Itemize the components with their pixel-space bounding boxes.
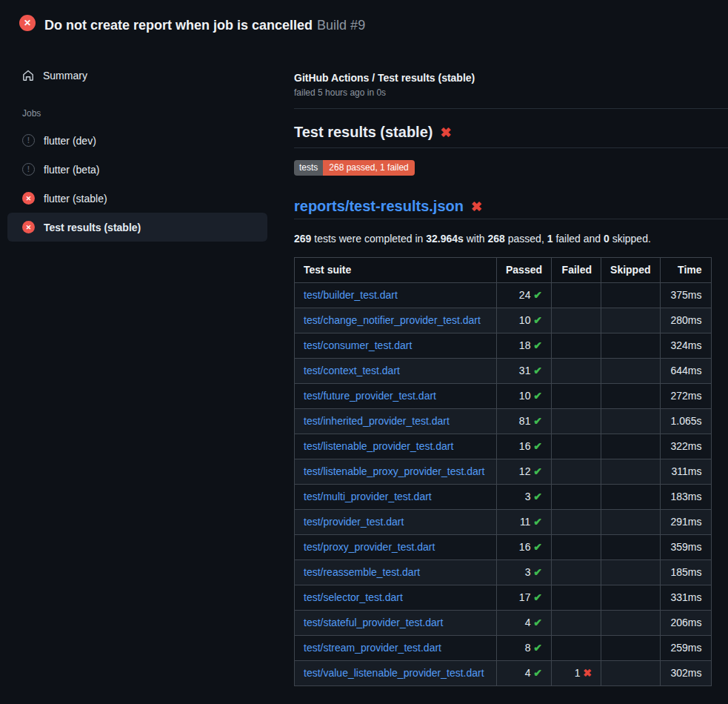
- count-value: 24: [519, 289, 533, 301]
- passed-cell: 81 ✔: [497, 409, 552, 434]
- time-cell: 311ms: [660, 459, 711, 485]
- col-passed: Passed: [497, 258, 552, 283]
- time-cell: 302ms: [660, 661, 711, 686]
- test-suite-link[interactable]: test/listenable_proxy_provider_test.dart: [304, 465, 484, 477]
- table-row: test/stateful_provider_test.dart4 ✔206ms: [295, 611, 712, 636]
- run-header: ✕ Do not create report when job is cance…: [0, 0, 728, 44]
- duration: 32.964s: [426, 233, 464, 245]
- table-row: test/value_listenable_provider_test.dart…: [295, 661, 712, 686]
- test-suite-link[interactable]: test/proxy_provider_test.dart: [304, 541, 435, 553]
- test-suite-link[interactable]: test/stateful_provider_test.dart: [304, 617, 443, 628]
- table-row: test/listenable_provider_test.dart16 ✔32…: [295, 434, 712, 459]
- passed-cell: 31 ✔: [497, 359, 552, 384]
- skipped-cell: [601, 636, 660, 661]
- suite-cell: test/context_test.dart: [295, 359, 497, 384]
- failed-cell: [552, 535, 601, 560]
- count-value: 12: [519, 465, 533, 477]
- skipped-cell: [601, 359, 660, 384]
- table-row: test/proxy_provider_test.dart16 ✔359ms: [295, 535, 712, 560]
- report-file-link[interactable]: reports/test-results.json: [294, 198, 464, 215]
- passed-cell: 10 ✔: [497, 308, 552, 333]
- count-value: 3: [525, 566, 534, 578]
- skipped-cell: [601, 283, 660, 308]
- suite-cell: test/provider_test.dart: [295, 510, 497, 535]
- failed-cell: [552, 409, 601, 434]
- sidebar-item-flutter-stable[interactable]: ✕flutter (stable): [7, 184, 267, 213]
- suite-cell: test/inherited_provider_test.dart: [295, 409, 497, 434]
- time-cell: 272ms: [660, 384, 711, 409]
- test-suite-link[interactable]: test/consumer_test.dart: [304, 339, 412, 351]
- skipped-cell: [601, 409, 660, 434]
- suite-cell: test/builder_test.dart: [295, 283, 497, 308]
- table-header-row: Test suite Passed Failed Skipped Time: [295, 258, 712, 283]
- test-suite-link[interactable]: test/multi_provider_test.dart: [304, 491, 432, 502]
- check-icon: ✔: [533, 516, 542, 528]
- skipped-count: 0: [604, 233, 610, 245]
- count-value: 8: [525, 642, 534, 654]
- test-suite-link[interactable]: test/inherited_provider_test.dart: [304, 415, 450, 427]
- suite-cell: test/value_listenable_provider_test.dart: [295, 661, 497, 686]
- passed-cell: 8 ✔: [497, 636, 552, 661]
- passed-cell: 10 ✔: [497, 384, 552, 409]
- table-row: test/change_notifier_provider_test.dart1…: [295, 308, 712, 333]
- test-suite-link[interactable]: test/value_listenable_provider_test.dart: [304, 667, 484, 679]
- test-suite-link[interactable]: test/selector_test.dart: [304, 591, 403, 603]
- run-title: Do not create report when job is cancell…: [44, 18, 313, 33]
- count-value: 3: [525, 491, 534, 502]
- test-suite-link[interactable]: test/provider_test.dart: [304, 516, 404, 528]
- suite-cell: test/selector_test.dart: [295, 585, 497, 611]
- check-icon: ✔: [533, 465, 542, 477]
- time-cell: 291ms: [660, 510, 711, 535]
- passed-cell: 17 ✔: [497, 585, 552, 611]
- time-cell: 359ms: [660, 535, 711, 560]
- check-icon: ✔: [533, 642, 542, 654]
- test-suite-link[interactable]: test/change_notifier_provider_test.dart: [304, 314, 481, 326]
- count-value: 10: [519, 314, 533, 326]
- failed-cell: [552, 283, 601, 308]
- results-table: Test suite Passed Failed Skipped Time te…: [294, 257, 712, 686]
- skipped-cell: [601, 611, 660, 636]
- sidebar-item-label: flutter (stable): [44, 193, 107, 205]
- failed-icon: ✕: [22, 221, 35, 233]
- failed-cell: 1 ✖: [552, 661, 601, 686]
- table-row: test/listenable_proxy_provider_test.dart…: [295, 459, 712, 485]
- test-suite-link[interactable]: test/future_provider_test.dart: [304, 390, 436, 402]
- test-suite-link[interactable]: test/builder_test.dart: [304, 289, 398, 301]
- passed-cell: 3 ✔: [497, 485, 552, 510]
- passed-count: 268: [488, 233, 505, 245]
- suite-cell: test/stream_provider_test.dart: [295, 636, 497, 661]
- jobs-list: !flutter (dev)!flutter (beta)✕flutter (s…: [0, 126, 275, 242]
- count-value: 16: [519, 541, 533, 553]
- badge-value: 268 passed, 1 failed: [323, 160, 414, 176]
- sidebar-item-flutter-beta[interactable]: !flutter (beta): [7, 155, 267, 184]
- failed-cell: [552, 560, 601, 585]
- time-cell: 324ms: [660, 333, 711, 359]
- failed-count: 1: [547, 233, 553, 245]
- cancelled-icon: !: [22, 163, 35, 176]
- divider: [294, 147, 728, 148]
- jobs-heading: Jobs: [22, 108, 275, 119]
- sidebar: Summary Jobs !flutter (dev)!flutter (bet…: [0, 44, 275, 242]
- count-value: 81: [519, 415, 533, 427]
- time-cell: 322ms: [660, 434, 711, 459]
- suite-cell: test/reassemble_test.dart: [295, 560, 497, 585]
- passed-cell: 11 ✔: [497, 510, 552, 535]
- sidebar-item-summary[interactable]: Summary: [7, 63, 267, 88]
- sidebar-item-test-results-stable[interactable]: ✕Test results (stable): [7, 213, 267, 242]
- suite-cell: test/future_provider_test.dart: [295, 384, 497, 409]
- count-value: 4: [525, 617, 534, 628]
- test-suite-link[interactable]: test/context_test.dart: [304, 365, 400, 376]
- check-icon: ✔: [533, 667, 542, 679]
- col-time: Time: [660, 258, 711, 283]
- run-build-number: Build #9: [317, 18, 365, 33]
- sidebar-item-flutter-dev[interactable]: !flutter (dev): [7, 126, 267, 155]
- table-row: test/future_provider_test.dart10 ✔272ms: [295, 384, 712, 409]
- skipped-cell: [601, 585, 660, 611]
- suite-cell: test/multi_provider_test.dart: [295, 485, 497, 510]
- check-icon: ✔: [533, 491, 542, 502]
- time-cell: 259ms: [660, 636, 711, 661]
- test-suite-link[interactable]: test/reassemble_test.dart: [304, 566, 420, 578]
- test-suite-link[interactable]: test/listenable_provider_test.dart: [304, 440, 453, 452]
- skipped-cell: [601, 510, 660, 535]
- test-suite-link[interactable]: test/stream_provider_test.dart: [304, 642, 441, 654]
